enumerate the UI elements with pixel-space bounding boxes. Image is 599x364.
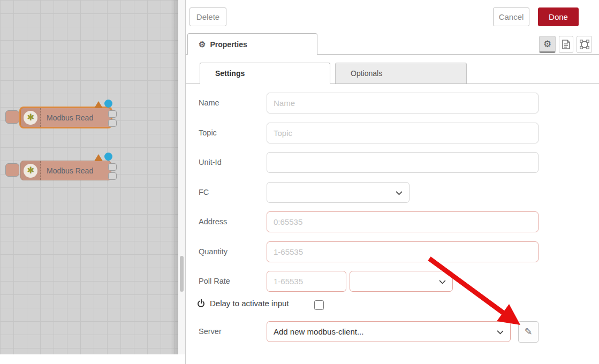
pencil-icon: ✎	[524, 326, 532, 338]
scrollbar-thumb[interactable]	[180, 256, 184, 292]
server-label: Server	[199, 327, 222, 336]
scrollbar-track[interactable]	[178, 0, 185, 354]
node-edit-tray: Delete Cancel Done ⚙ Properties ⚙	[185, 0, 599, 364]
delay-label: Delay to activate input	[210, 299, 289, 308]
server-select[interactable]: Add new modbus-client...	[267, 321, 511, 342]
node-changed-dot-icon	[104, 100, 112, 108]
modbus-read-node[interactable]: ✱ Modbus Read	[5, 153, 120, 184]
description-toolbar-button[interactable]	[559, 36, 573, 53]
canvas-edge-shadow	[171, 0, 178, 354]
delay-row: Delay to activate input	[198, 299, 289, 308]
flow-workspace[interactable]: ✱ Modbus Read ✱ Modbus Read	[0, 0, 178, 354]
tab-settings[interactable]: Settings	[200, 63, 330, 84]
node-warning-triangle-icon	[94, 154, 103, 161]
server-select-value: Add new modbus-client...	[274, 327, 363, 336]
chevron-down-icon	[396, 188, 403, 195]
chevron-down-icon	[497, 328, 504, 335]
power-icon	[198, 299, 206, 308]
node-input-port[interactable]	[5, 163, 19, 177]
poll-rate-label: Poll Rate	[199, 277, 230, 285]
topic-input[interactable]	[267, 123, 539, 143]
node-body[interactable]: ✱ Modbus Read	[20, 161, 111, 180]
edit-server-button[interactable]: ✎	[518, 321, 539, 343]
name-input[interactable]	[267, 93, 539, 113]
node-icon-zone: ✱	[21, 108, 41, 127]
tab-optionals[interactable]: Optionals	[335, 63, 467, 84]
topic-label: Topic	[199, 128, 217, 137]
node-warning-triangle-icon	[94, 101, 103, 108]
properties-tab-label: Properties	[210, 40, 247, 49]
fc-select[interactable]	[267, 182, 410, 203]
address-input[interactable]	[267, 211, 539, 232]
gear-icon: ⚙	[543, 39, 551, 50]
node-output-port-1[interactable]	[108, 163, 117, 171]
properties-section-tab[interactable]: ⚙ Properties	[187, 33, 317, 55]
done-button[interactable]: Done	[538, 7, 579, 26]
fc-label: FC	[199, 188, 209, 196]
unit-id-label: Unit-Id	[199, 158, 222, 166]
node-output-port-1[interactable]	[108, 110, 117, 118]
address-label: Address	[199, 217, 227, 226]
node-input-port[interactable]	[5, 110, 19, 124]
node-label: Modbus Read	[47, 108, 93, 127]
node-changed-dot-icon	[104, 153, 112, 161]
chevron-down-icon	[439, 277, 446, 284]
delay-checkbox[interactable]	[314, 300, 324, 310]
node-output-port-2[interactable]	[108, 172, 117, 180]
node-body[interactable]: ✱ Modbus Read	[20, 108, 111, 127]
appearance-icon	[580, 40, 589, 49]
poll-rate-input[interactable]	[267, 271, 346, 292]
quantity-label: Quantity	[199, 247, 228, 256]
node-red-editor: ✱ Modbus Read ✱ Modbus Read	[0, 0, 599, 364]
name-label: Name	[199, 98, 219, 107]
cancel-button[interactable]: Cancel	[493, 7, 529, 26]
modbus-read-node[interactable]: ✱ Modbus Read	[5, 100, 120, 131]
unit-id-input[interactable]	[267, 152, 539, 173]
poll-rate-unit-select[interactable]	[350, 271, 453, 292]
node-output-port-2[interactable]	[108, 119, 117, 127]
node-icon-zone: ✱	[21, 161, 41, 180]
properties-toolbar-button[interactable]: ⚙	[539, 36, 556, 53]
delete-button[interactable]: Delete	[189, 7, 226, 26]
node-label: Modbus Read	[47, 161, 93, 180]
gear-icon: ⚙	[199, 40, 206, 49]
description-icon	[562, 40, 570, 49]
quantity-input[interactable]	[267, 241, 539, 262]
modbus-asterisk-icon: ✱	[24, 111, 37, 125]
appearance-toolbar-button[interactable]	[577, 36, 592, 53]
modbus-asterisk-icon: ✱	[24, 164, 37, 178]
